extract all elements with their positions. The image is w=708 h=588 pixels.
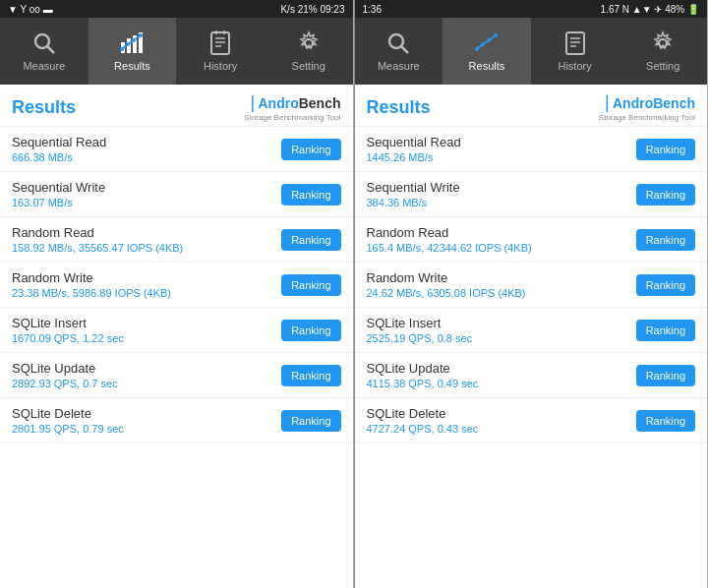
result-value: 4727.24 QPS, 0.43 sec: [367, 423, 479, 435]
results-icon: [119, 30, 145, 56]
nav-history-label-2: History: [558, 60, 591, 72]
ranking-button[interactable]: Ranking: [636, 139, 695, 160]
status-right-1: K/s 21% 09:23: [280, 4, 344, 15]
result-info: Random Write 23.38 MB/s, 5986.89 IOPS (4…: [12, 270, 171, 299]
svg-point-7: [126, 42, 130, 46]
result-info: SQLite Update 2892.93 QPS, 0.7 sec: [12, 361, 118, 389]
result-value: 1670.09 QPS, 1.22 sec: [12, 332, 124, 344]
nav-results-1[interactable]: Results: [88, 18, 177, 85]
content-2: Results | AndroBench Storage Benchmarkin…: [355, 85, 708, 588]
result-name: Random Write: [367, 270, 526, 285]
svg-line-1: [47, 47, 54, 54]
ranking-button[interactable]: Ranking: [281, 229, 340, 251]
result-info: Random Read 165.4 MB/s, 42344.62 IOPS (4…: [367, 225, 532, 254]
brand-sub-1: Storage Benchmarking Tool: [244, 113, 340, 122]
setting-icon-2: [650, 30, 676, 56]
result-value: 23.38 MB/s, 5986.89 IOPS (4KB): [12, 287, 171, 299]
result-info: SQLite Delete 2801.95 QPS, 0.79 sec: [12, 406, 124, 435]
result-row: SQLite Insert 2525.19 QPS, 0.8 sec Ranki…: [355, 308, 708, 353]
results-title-2: Results: [367, 97, 431, 118]
ranking-button[interactable]: Ranking: [281, 274, 340, 296]
result-row: SQLite Insert 1670.09 QPS, 1.22 sec Rank…: [0, 308, 353, 353]
result-row: SQLite Delete 2801.95 QPS, 0.79 sec Rank…: [0, 398, 353, 443]
result-row: Sequential Read 666.38 MB/s Ranking: [0, 127, 353, 172]
phone-1: ▼ Y oo ▬ K/s 21% 09:23 Measure: [0, 0, 354, 588]
nav-history-label-1: History: [204, 60, 237, 72]
brand-name-1: | AndroBench: [250, 92, 340, 113]
nav-setting-2[interactable]: Setting: [619, 18, 707, 85]
result-list-2: Sequential Read 1445.26 MB/s Ranking Seq…: [355, 127, 708, 443]
results-header-1: Results | AndroBench Storage Benchmarkin…: [0, 85, 353, 127]
result-info: Sequential Read 666.38 MB/s: [12, 135, 106, 163]
result-value: 666.38 MB/s: [12, 151, 106, 163]
result-row: Sequential Read 1445.26 MB/s Ranking: [355, 127, 708, 172]
result-row: SQLite Update 4115.38 QPS, 0.49 sec Rank…: [355, 353, 708, 398]
result-value: 2525.19 QPS, 0.8 sec: [367, 332, 473, 344]
nav-results-2[interactable]: Results: [442, 18, 531, 85]
ranking-button[interactable]: Ranking: [636, 184, 695, 206]
brand-name-2: | AndroBench: [605, 92, 695, 113]
ranking-button[interactable]: Ranking: [281, 410, 340, 432]
ranking-button[interactable]: Ranking: [636, 274, 695, 296]
ranking-button[interactable]: Ranking: [636, 320, 695, 341]
brand-text-2: Bench: [653, 95, 695, 111]
ranking-button[interactable]: Ranking: [636, 365, 695, 386]
result-name: SQLite Insert: [12, 316, 124, 330]
result-value: 163.07 MB/s: [12, 197, 105, 208]
nav-measure-label-2: Measure: [378, 60, 420, 72]
ranking-button[interactable]: Ranking: [636, 229, 695, 251]
result-value: 2892.93 QPS, 0.7 sec: [12, 378, 118, 389]
content-1: Results | AndroBench Storage Benchmarkin…: [0, 85, 353, 588]
history-icon: [207, 30, 233, 56]
nav-measure-1[interactable]: Measure: [0, 18, 88, 85]
nav-results-label-2: Results: [469, 60, 505, 72]
ranking-button[interactable]: Ranking: [281, 320, 340, 341]
status-left-2: 1:36: [363, 4, 382, 15]
measure-icon: [31, 30, 57, 56]
ranking-button[interactable]: Ranking: [281, 139, 340, 160]
svg-rect-10: [211, 32, 229, 54]
result-name: Sequential Write: [12, 180, 105, 195]
result-name: SQLite Delete: [12, 406, 124, 421]
nav-setting-label-2: Setting: [646, 60, 679, 72]
result-name: Sequential Read: [12, 135, 106, 149]
result-name: Sequential Write: [367, 180, 460, 195]
nav-history-2[interactable]: History: [531, 18, 620, 85]
measure-icon-2: [385, 30, 411, 56]
result-value: 2801.95 QPS, 0.79 sec: [12, 423, 124, 435]
svg-point-19: [475, 47, 479, 51]
result-name: SQLite Insert: [367, 316, 473, 330]
status-bar-2: 1:36 1.67 N ▲▼ ✈ 48% 🔋: [355, 0, 708, 18]
result-row: SQLite Delete 4727.24 QPS, 0.43 sec Rank…: [355, 398, 708, 443]
result-name: SQLite Update: [12, 361, 118, 376]
svg-point-6: [120, 47, 124, 51]
results-header-2: Results | AndroBench Storage Benchmarkin…: [355, 85, 708, 127]
svg-point-8: [132, 38, 136, 42]
result-name: Random Read: [367, 225, 532, 240]
result-info: SQLite Insert 2525.19 QPS, 0.8 sec: [367, 316, 473, 344]
status-bar-1: ▼ Y oo ▬ K/s 21% 09:23: [0, 0, 353, 18]
result-value: 4115.38 QPS, 0.49 sec: [367, 378, 479, 389]
nav-measure-2[interactable]: Measure: [355, 18, 443, 85]
ranking-button[interactable]: Ranking: [281, 184, 340, 206]
nav-setting-1[interactable]: Setting: [265, 18, 353, 85]
results-icon-2: [474, 30, 500, 56]
phone-2: 1:36 1.67 N ▲▼ ✈ 48% 🔋 Measure Results: [355, 0, 709, 588]
result-row: Random Read 165.4 MB/s, 42344.62 IOPS (4…: [355, 217, 708, 263]
result-name: Random Read: [12, 225, 183, 240]
result-info: Random Write 24.62 MB/s, 6305.08 IOPS (4…: [367, 270, 526, 299]
ranking-button[interactable]: Ranking: [636, 410, 695, 432]
result-row: Sequential Write 384.36 MB/s Ranking: [355, 172, 708, 217]
result-value: 165.4 MB/s, 42344.62 IOPS (4KB): [367, 242, 532, 254]
result-name: Random Write: [12, 270, 171, 285]
svg-point-22: [494, 33, 498, 37]
result-row: Random Read 158.92 MB/s, 35565.47 IOPS (…: [0, 217, 353, 263]
brand-sub-2: Storage Benchmarking Tool: [599, 113, 695, 122]
ranking-button[interactable]: Ranking: [281, 365, 340, 386]
setting-icon: [296, 30, 322, 56]
result-row: SQLite Update 2892.93 QPS, 0.7 sec Ranki…: [0, 353, 353, 398]
history-icon-2: [562, 30, 588, 56]
result-value: 1445.26 MB/s: [367, 151, 461, 163]
nav-history-1[interactable]: History: [176, 18, 265, 85]
results-title-1: Results: [12, 97, 76, 118]
